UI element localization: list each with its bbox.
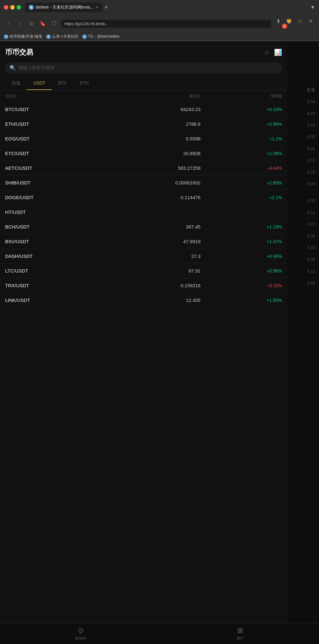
share-icon[interactable]: ⬆ <box>274 17 283 26</box>
back-button[interactable]: ‹ <box>4 19 13 28</box>
close-button[interactable] <box>4 5 8 10</box>
bookmark-item-2[interactable]: T 认准->天美社区 <box>46 34 78 39</box>
col-header-pair: 交易对 <box>5 94 103 99</box>
pair-price: 0.00001602 <box>103 180 200 185</box>
trading-row[interactable]: BCH/USDT 367.45 +1.19% <box>0 220 287 234</box>
trading-row[interactable]: SHIB/USDT 0.00001602 +2.69% <box>0 176 287 190</box>
sidebar-number: 0.04 <box>287 178 319 190</box>
sidebar-numbers: 数量0.040.241.190.050.010.120.150.040.000.… <box>287 41 319 289</box>
trading-row[interactable]: DASH/USDT 27.3 +0.96% <box>0 249 287 264</box>
sidebar-number: 0.01 <box>287 143 319 155</box>
trading-row[interactable]: ETC/USDT 20.8508 +1.08% <box>0 146 287 161</box>
pair-change: +1.85% <box>201 298 282 303</box>
tab-favicon: B <box>29 5 34 10</box>
tab-menu-icon[interactable]: ▼ <box>310 4 315 10</box>
bookmark-item-3[interactable]: T TG：@tianmeibbs <box>82 34 120 39</box>
star-icon[interactable]: ☆ <box>264 49 270 56</box>
forward-button[interactable]: › <box>15 19 24 28</box>
tab-bar: B BitWell - 天美社区源码网timib... ✕ + <box>25 3 308 12</box>
pair-name: BTC/USDT <box>5 107 103 112</box>
pair-change: +0.98% <box>201 268 282 273</box>
tab-btc[interactable]: BTC <box>52 77 73 90</box>
search-bar[interactable]: 🔍 请输入搜索关键词 <box>5 62 282 73</box>
trading-row[interactable]: HT/USDT <box>0 205 287 220</box>
pair-name: BCH/USDT <box>5 224 103 229</box>
refresh-button[interactable]: ↻ <box>27 19 36 28</box>
bottom-btn-contracts[interactable]: ⊙ 秒合约 <box>75 626 86 641</box>
address-bar[interactable]: https://jys116-h5.timib... <box>61 20 271 28</box>
pair-name: DOGE/USDT <box>5 195 103 200</box>
tab-eth[interactable]: ETH <box>73 77 95 90</box>
pair-price: 27.3 <box>103 253 200 259</box>
sidebar-number: 0.27 <box>287 219 319 230</box>
bookmark-favicon-3: T <box>82 34 87 39</box>
assets-label: 资产 <box>237 636 244 641</box>
minimize-button[interactable] <box>10 5 15 10</box>
menu-icon[interactable]: ≡ <box>306 17 315 26</box>
shield-icon[interactable]: 🛡 <box>50 19 59 28</box>
pair-name: BSV/USDT <box>5 239 103 244</box>
tab-row: 自选 USDT BTC ETH <box>0 77 287 90</box>
trading-row[interactable]: LINK/USDT 12.455 +1.85% <box>0 293 287 308</box>
pair-change: +2.69% <box>201 180 282 185</box>
header-icons: ☆ 📊 <box>264 49 282 56</box>
trading-row[interactable]: ETH/USDT 2788.6 +0.99% <box>0 117 287 131</box>
tab-zixuan[interactable]: 自选 <box>5 77 27 90</box>
pair-change: +1.08% <box>201 151 282 156</box>
bookmark-item-1[interactable]: T 程序搭建/开发/修复 <box>4 34 42 39</box>
trading-row[interactable]: BTC/USDT 64243.23 +0.43% <box>0 102 287 117</box>
pair-name: ETC/USDT <box>5 151 103 156</box>
tab-close-icon[interactable]: ✕ <box>95 5 99 10</box>
pair-change: –0.04% <box>201 166 282 171</box>
new-tab-button[interactable]: + <box>104 4 108 11</box>
trading-row[interactable]: LTC/USDT 67.91 +0.98% <box>0 264 287 278</box>
pair-change: +1.07% <box>201 239 282 244</box>
pair-price: 47.9919 <box>103 239 200 244</box>
browser-toolbar: ‹ › ↻ 🔖 🛡 https://jys116-h5.timib... ⬆ 🦁… <box>0 15 319 33</box>
browser-titlebar: B BitWell - 天美社区源码网timib... ✕ + ▼ <box>0 0 319 15</box>
sidebar-number: 0.50 <box>287 242 319 254</box>
pair-change: +0.99% <box>201 122 282 127</box>
page-title: 币币交易 <box>5 48 33 57</box>
trading-row[interactable]: DOGE/USDT 0.114476 +2.1% <box>0 190 287 205</box>
pair-name: DASH/USDT <box>5 253 103 259</box>
search-icon: 🔍 <box>10 65 16 71</box>
brave-shield-wrap: 🦁 1 <box>285 17 293 31</box>
bottom-bar: ⊙ 秒合约 ⊞ 资产 <box>0 623 319 644</box>
sidebar-number: 0.12 <box>287 155 319 167</box>
bookmark-button[interactable]: 🔖 <box>38 19 47 28</box>
pair-name: HT/USDT <box>5 209 103 215</box>
pair-change: +1.19% <box>201 224 282 229</box>
tab-usdt[interactable]: USDT <box>27 77 52 90</box>
pair-price: 0.114476 <box>103 195 200 200</box>
bottom-btn-assets[interactable]: ⊞ 资产 <box>237 626 244 641</box>
trading-row[interactable]: TRX/USDT 0.159216 –0.15% <box>0 278 287 293</box>
trading-list: BTC/USDT 64243.23 +0.43% ETH/USDT 2788.6… <box>0 102 287 308</box>
pair-name: LTC/USDT <box>5 268 103 273</box>
active-tab[interactable]: B BitWell - 天美社区源码网timib... ✕ <box>25 3 102 12</box>
pair-price: 67.91 <box>103 268 200 273</box>
toolbar-icons: ⬆ 🦁 1 ☆ ≡ <box>274 17 315 31</box>
trading-row[interactable]: AETC/USDT 583.27258 –0.04% <box>0 161 287 176</box>
pair-change: –0.15% <box>201 283 282 288</box>
pair-price: 20.8508 <box>103 151 200 156</box>
right-sidebar: 数量0.040.241.190.050.010.120.150.040.000.… <box>287 41 319 642</box>
col-header-price: 最新价 <box>103 94 200 99</box>
maximize-button[interactable] <box>17 5 21 10</box>
sidebar-number: 0.00 <box>287 195 319 207</box>
chart-icon[interactable]: 📊 <box>274 49 282 56</box>
address-text: https://jys116-h5.timib... <box>64 21 108 26</box>
pair-price: 0.159216 <box>103 283 200 288</box>
bookmark-favicon-2: T <box>46 34 51 39</box>
search-input[interactable]: 请输入搜索关键词 <box>19 65 278 71</box>
trading-row[interactable]: BSV/USDT 47.9919 +1.07% <box>0 234 287 249</box>
favorites-icon[interactable]: ☆ <box>295 17 304 26</box>
pair-change: +0.43% <box>201 107 282 112</box>
bookmark-favicon-1: T <box>4 34 8 39</box>
sidebar-number: 0.36 <box>287 254 319 266</box>
trading-row[interactable]: EOS/USDT 0.5598 +1.1% <box>0 131 287 146</box>
pair-name: ETH/USDT <box>5 121 103 127</box>
traffic-lights <box>4 5 21 10</box>
pair-change: +0.96% <box>201 254 282 259</box>
pair-name: LINK/USDT <box>5 297 103 303</box>
